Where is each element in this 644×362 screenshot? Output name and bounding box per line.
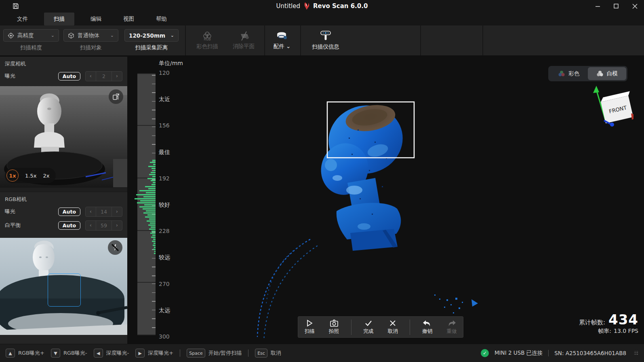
close-icon [389,319,397,327]
menu-item[interactable]: 扫描 [44,13,74,25]
accessories-button[interactable]: 配件 ⌄ [263,28,301,53]
depth-exposure-auto-button[interactable]: Auto [58,72,80,80]
remove-plane-icon [238,31,250,41]
white-balance-value: 59 [96,221,112,230]
rgb-exposure-value: 14 [96,207,112,216]
histogram-bar [140,200,156,201]
chevron-right-icon[interactable]: › [112,72,122,81]
minimize-icon [595,4,600,9]
histogram-bar [154,253,156,254]
menu-item[interactable]: 文件 [11,13,34,25]
scan-action-bar: 扫描 拍照 完成 取消 撤销 重做 [298,316,463,338]
chevron-left-icon[interactable]: ‹ [86,207,96,216]
histogram-bar [146,192,156,193]
device-status: ✓ MINI 2 USB 已连接 SN: A25103465A6H01AB8 [481,349,638,357]
chevron-left-icon[interactable]: ‹ [86,72,96,81]
histogram-bar [136,194,156,195]
zoom-1x-button[interactable]: 1x [6,169,19,182]
rotate-view-button[interactable] [109,89,123,104]
document-title: Untitled [276,2,300,10]
frames-value: 434 [608,311,638,328]
histogram-bar [147,214,156,216]
histogram-bar [152,176,156,177]
cancel-button[interactable]: 取消 [381,318,404,337]
arrow-left-key-icon: ◀ [94,349,103,358]
shortcut-depth-exposure-down: ◀ 深度曝光- [94,349,129,358]
histogram-bar [145,186,156,187]
remove-plane-button[interactable]: 消除平面 [224,28,263,53]
chevron-left-icon[interactable]: ‹ [86,221,96,230]
close-button[interactable] [625,0,644,12]
complete-button[interactable]: 完成 [357,318,380,337]
save-button[interactable] [11,2,20,11]
photo-button[interactable]: 拍照 [322,318,345,337]
histogram-bar [143,196,156,197]
status-bar: ▲ RGB曝光+ ▼ RGB曝光- ◀ 深度曝光- ▶ 深度曝光+ Space … [0,344,644,362]
rgb-scan-button[interactable]: RGB 彩色扫描 [188,28,227,53]
rgb-exposure-auto-button[interactable]: Auto [58,207,80,216]
menu-item[interactable]: 视图 [118,13,140,25]
device-name: MINI 2 USB 已连接 [495,349,543,357]
depth-scale-label: 较远 [159,254,185,260]
minimize-button[interactable] [588,0,607,12]
histogram-bar [152,231,156,232]
zoom-2x-button[interactable]: 2x [43,173,49,179]
scan-object-select[interactable]: 普通物体 ⌄ [63,29,118,42]
histogram-bar [152,241,156,242]
histogram-ticks [152,284,156,334]
shortcut-rgb-exposure-down: ▼ RGB曝光- [51,349,87,358]
rgb-camera-preview[interactable] [0,238,127,335]
precision-icon [8,32,14,39]
white-balance-auto-button[interactable]: Auto [58,221,80,230]
histogram-bar [153,249,156,250]
object-cube-icon [68,32,74,39]
arrow-up-key-icon: ▲ [6,349,15,358]
color-mode-icon [558,70,565,77]
preview-zoom-control: 1x 1.5x 2x [5,168,56,183]
resize-grip[interactable] [634,351,638,355]
histogram-bar [153,239,156,240]
histogram-bar [147,178,156,179]
scan-distance-select[interactable]: 120-250mm ⌄ [124,29,179,42]
histogram-bar [150,233,156,234]
fps-label: 帧率: [598,328,611,334]
undo-button[interactable]: 撤销 [416,318,438,337]
white-mode-button[interactable]: 白模 [588,67,626,80]
menu-item[interactable]: 帮助 [150,13,173,25]
histogram-bar [144,204,156,205]
save-icon [12,2,19,10]
chevron-down-icon: ⌄ [286,43,290,49]
redo-button[interactable]: 重做 [440,318,463,337]
scanner-info-button[interactable]: 扫描仪信息 [306,28,345,53]
scan-viewport[interactable] [127,57,644,345]
color-mode-button[interactable]: 彩色 [549,67,588,80]
depth-exposure-stepper: ‹ 2 › [85,71,122,81]
serial-number: SN: A25103465A6H01AB8 [554,350,626,356]
app-logo-icon [303,2,310,10]
window-title: Untitled Revo Scan 6.0.0 [0,0,644,12]
maximize-button[interactable] [607,0,625,12]
svg-text:RGB: RGB [204,38,210,41]
menu-item[interactable]: 编辑 [85,13,107,25]
scan-button[interactable]: 扫描 [298,318,321,337]
depth-camera-preview[interactable]: 1x 1.5x 2x [0,86,127,187]
histogram-bar [153,164,156,165]
window-controls [588,0,644,12]
status-connected-icon: ✓ [481,349,489,357]
depth-zone-too-far [137,283,156,335]
scan-precision-select[interactable]: 高精度 ⌄ [3,29,59,42]
rgb-selection-box [48,273,81,307]
orientation-gizmo[interactable]: FRONT [585,84,633,127]
zoom-1-5x-button[interactable]: 1.5x [25,173,36,179]
histogram-bar [154,247,156,248]
camera-icon [330,319,339,327]
depth-scale-label: 192 [159,175,185,182]
depth-scale-unit: 单位/mm [159,60,183,67]
arrow-down-key-icon: ▼ [51,349,60,358]
precision-caption: 扫描精度 [3,44,59,51]
frames-label: 累计帧数: [579,319,605,326]
action-separator [410,320,410,335]
depth-camera-title: 深度相机 [0,57,127,69]
rotate-view-icon [112,93,120,101]
histogram-bar [154,170,156,171]
